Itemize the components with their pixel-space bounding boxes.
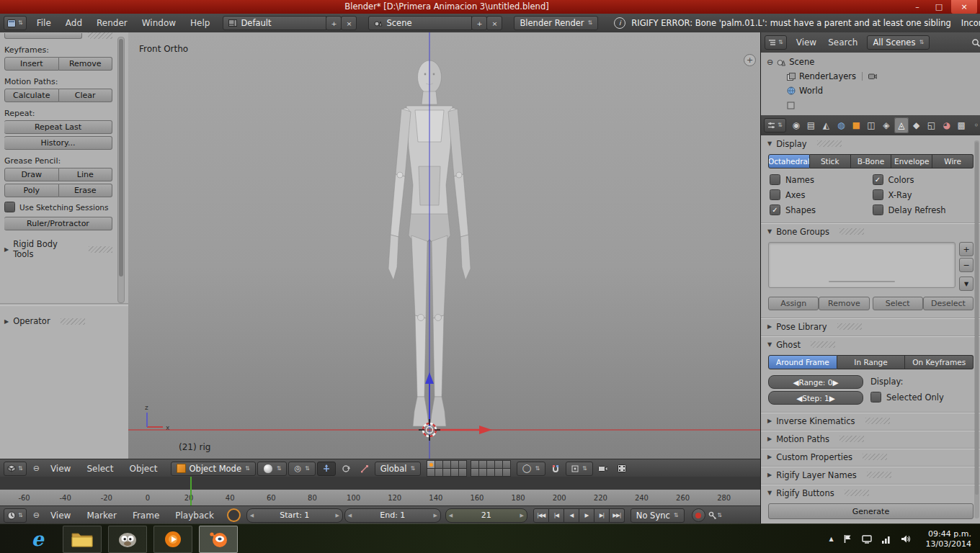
properties-scrollbar[interactable]: [974, 140, 979, 518]
panel-grip[interactable]: [865, 418, 890, 424]
viewport-canvas[interactable]: x z: [128, 32, 760, 459]
editor-type-3dview-button[interactable]: ⇅: [4, 462, 27, 476]
grease-erase-button[interactable]: Erase: [59, 184, 113, 197]
3d-viewport[interactable]: x z Front Ortho (21) rig +: [128, 32, 760, 459]
octahedral-button[interactable]: Octahedral: [768, 154, 810, 168]
screen-layout-dropdown[interactable]: Default: [223, 16, 326, 30]
shapes-checkbox-row[interactable]: ✓ Shapes: [770, 204, 870, 215]
decrement-arrow-icon[interactable]: ◀: [250, 513, 254, 518]
layer-cell[interactable]: [495, 469, 502, 476]
translate-manipulator-button[interactable]: [317, 462, 336, 476]
selected-only-checkbox-row[interactable]: Selected Only: [870, 392, 944, 403]
assign-button[interactable]: Assign: [768, 297, 819, 310]
outliner-item-clipped[interactable]: [761, 98, 980, 112]
remove-bone-group-button[interactable]: −: [959, 258, 974, 272]
shapes-checkbox[interactable]: ✓: [770, 204, 780, 215]
network-icon[interactable]: [881, 535, 891, 544]
pose-library-panel-header[interactable]: ▶ Pose Library: [761, 318, 980, 336]
delete-layout-button[interactable]: ×: [341, 16, 357, 30]
bbone-button[interactable]: B-Bone: [851, 154, 892, 168]
grease-poly-button[interactable]: Poly: [4, 184, 59, 197]
play-reverse-button[interactable]: ◀: [564, 508, 579, 523]
delay-refresh-checkbox-row[interactable]: Delay Refresh: [873, 204, 973, 215]
display-panel-header[interactable]: ▼ Display: [761, 135, 980, 153]
panel-grip[interactable]: [88, 32, 112, 39]
bone-groups-specials-button[interactable]: ▼: [959, 276, 974, 291]
object-menu[interactable]: Object: [122, 464, 164, 474]
outliner-filter-search-button[interactable]: [967, 36, 980, 49]
menu-window[interactable]: Window: [135, 18, 183, 28]
material-tab-icon[interactable]: ◕: [939, 117, 953, 133]
current-frame-indicator[interactable]: [190, 477, 192, 505]
motion-paths-panel-header[interactable]: ▶ Motion Paths: [761, 431, 980, 448]
open-region-plus-icon[interactable]: +: [744, 54, 756, 66]
bone-groups-list[interactable]: [768, 242, 956, 288]
increment-arrow-icon[interactable]: ▶: [829, 394, 835, 403]
bone-constraints-tab-icon[interactable]: ◱: [925, 117, 939, 133]
scrollbar-thumb[interactable]: [975, 142, 979, 495]
next-keyframe-button[interactable]: ▶|: [594, 508, 610, 523]
menu-help[interactable]: Help: [183, 18, 217, 28]
object-tab-icon[interactable]: ■: [849, 117, 863, 133]
decrement-arrow-icon[interactable]: ◀: [449, 513, 453, 518]
names-checkbox[interactable]: [770, 174, 780, 185]
grease-draw-button[interactable]: Draw: [4, 168, 59, 181]
calculate-paths-button[interactable]: Calculate: [4, 89, 59, 102]
bone-tab-icon[interactable]: ◆: [909, 117, 924, 133]
sketching-sessions-checkbox[interactable]: [4, 202, 15, 212]
layer-cell[interactable]: [487, 461, 494, 468]
render-tab-icon[interactable]: ◉: [789, 117, 803, 133]
in-range-button[interactable]: In Range: [837, 355, 906, 369]
layer-cell[interactable]: [503, 469, 510, 476]
snap-toggle-button[interactable]: [547, 462, 564, 475]
current-frame-field[interactable]: ◀ 21 ▶: [445, 508, 527, 523]
layer-cell[interactable]: [435, 461, 442, 468]
media-app-taskbar-icon[interactable]: [153, 526, 192, 553]
timeline-playback-menu[interactable]: Playback: [168, 511, 221, 521]
panel-grip[interactable]: [811, 341, 835, 348]
stick-button[interactable]: Stick: [810, 154, 851, 168]
scene-dropdown[interactable]: Scene: [368, 16, 472, 30]
titlebar[interactable]: Blender* [D:\Primera Animacion 3\untitle…: [0, 0, 980, 14]
layer-cell[interactable]: [451, 461, 458, 468]
minimize-button[interactable]: –: [906, 0, 928, 14]
generate-button[interactable]: Generate: [768, 503, 974, 519]
render-engine-dropdown[interactable]: Blender Render ⇅: [514, 16, 598, 30]
outliner-item-world[interactable]: World: [761, 84, 980, 98]
view-menu[interactable]: View: [43, 464, 78, 474]
repeat-last-button[interactable]: Repeat Last: [4, 120, 112, 134]
colors-checkbox-row[interactable]: ✓ Colors: [873, 174, 973, 185]
world-tab-icon[interactable]: ◍: [834, 117, 848, 133]
axes-checkbox[interactable]: [770, 189, 780, 200]
panel-grip[interactable]: [839, 228, 864, 235]
axes-checkbox-row[interactable]: Axes: [770, 189, 870, 200]
opengl-render-animation-button[interactable]: [613, 462, 631, 475]
editor-type-outliner-button[interactable]: ⇅: [765, 35, 787, 50]
rigify-layer-names-panel-header[interactable]: ▶ Rigify Layer Names: [761, 467, 980, 484]
history-button[interactable]: History...: [4, 136, 112, 150]
xray-checkbox[interactable]: [873, 189, 883, 200]
panel-grip[interactable]: [867, 472, 891, 478]
layer-cell[interactable]: [443, 469, 450, 476]
ghost-step-slider[interactable]: ◀ Step: 1 ▶: [768, 391, 863, 405]
decrement-arrow-icon[interactable]: ◀: [793, 378, 799, 387]
decrement-arrow-icon[interactable]: ◀: [348, 513, 352, 518]
delay-refresh-checkbox[interactable]: [873, 204, 883, 215]
physics-tab-icon[interactable]: ◦: [969, 117, 980, 133]
sync-mode-dropdown[interactable]: No Sync ⇅: [631, 508, 685, 523]
layer-cell[interactable]: [503, 461, 510, 468]
file-explorer-taskbar-icon[interactable]: [63, 526, 102, 553]
editor-type-timeline-button[interactable]: ⇅: [4, 508, 27, 523]
timeline-marker-menu[interactable]: Marker: [79, 511, 123, 521]
maximize-button[interactable]: □: [928, 0, 950, 14]
object-data-tab-icon[interactable]: ◬: [894, 117, 909, 133]
outliner-scope-dropdown[interactable]: All Scenes ⇅: [867, 35, 930, 50]
snap-element-dropdown[interactable]: ⇅: [566, 462, 593, 476]
increment-arrow-icon[interactable]: ▶: [433, 513, 437, 518]
mode-dropdown[interactable]: Object Mode ⇅: [171, 462, 256, 476]
outliner-view-menu[interactable]: View: [791, 37, 821, 48]
start-frame-slider[interactable]: ◀ Start: 1 ▶: [246, 508, 343, 523]
internet-explorer-taskbar-icon[interactable]: e: [19, 526, 56, 552]
texture-tab-icon[interactable]: ▩: [954, 117, 968, 133]
remove-keyframe-button[interactable]: Remove: [59, 57, 113, 71]
